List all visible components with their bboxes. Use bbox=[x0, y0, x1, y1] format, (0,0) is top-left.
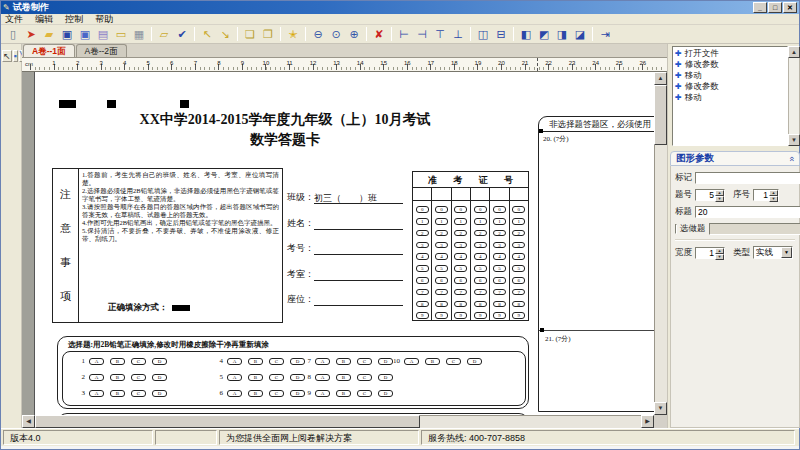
history-scroll-up-button[interactable]: ▲ bbox=[788, 46, 800, 58]
digit-bubble[interactable]: 8 bbox=[454, 301, 467, 308]
tab-A卷--1面[interactable]: A卷--1面 bbox=[23, 44, 75, 57]
option-bubble[interactable]: C bbox=[357, 374, 372, 381]
option-bubble[interactable]: C bbox=[131, 390, 146, 397]
digit-bubble[interactable]: 7 bbox=[474, 289, 487, 296]
select-points-icon[interactable]: ↖ bbox=[198, 26, 216, 42]
option-bubble[interactable]: C bbox=[269, 358, 284, 365]
digit-bubble[interactable]: 1 bbox=[512, 218, 525, 225]
digit-bubble[interactable]: 0 bbox=[493, 206, 506, 213]
snap-bottom-icon[interactable]: ◪ bbox=[571, 26, 589, 42]
digit-bubble[interactable]: 9 bbox=[454, 312, 467, 319]
digit-bubble[interactable]: 3 bbox=[493, 242, 506, 249]
option-bubble[interactable]: A bbox=[227, 358, 242, 365]
history-item[interactable]: ✚移动 bbox=[675, 70, 785, 81]
subjective-answer-section[interactable]: 非选择题答题区，必须使用 20. (7分) 21. (7分) bbox=[538, 116, 654, 412]
digit-bubble[interactable]: 0 bbox=[474, 206, 487, 213]
digit-bubble[interactable]: 4 bbox=[512, 253, 525, 260]
digit-bubble[interactable]: 4 bbox=[474, 253, 487, 260]
digit-bubble[interactable]: 4 bbox=[493, 253, 506, 260]
option-bubble[interactable]: C bbox=[131, 374, 146, 381]
option-bubble[interactable]: C bbox=[269, 390, 284, 397]
zoom-in-icon[interactable]: ⊕ bbox=[345, 26, 363, 42]
digit-bubble[interactable]: 0 bbox=[416, 206, 429, 213]
digit-bubble[interactable]: 4 bbox=[454, 253, 467, 260]
option-bubble[interactable]: B bbox=[248, 358, 263, 365]
option-bubble[interactable]: D bbox=[467, 358, 482, 365]
digit-bubble[interactable]: 8 bbox=[512, 301, 525, 308]
field-value-line[interactable] bbox=[314, 294, 403, 306]
history-item[interactable]: ✚打开文件 bbox=[675, 48, 785, 59]
history-item[interactable]: ✚修改参数 bbox=[675, 59, 785, 70]
line-width-stepper[interactable]: 1 ▲▼ bbox=[695, 247, 725, 259]
document-settings-icon[interactable]: ▤ bbox=[94, 26, 112, 42]
digit-bubble[interactable]: 3 bbox=[454, 242, 467, 249]
align-left-icon[interactable]: ⊢ bbox=[395, 26, 413, 42]
option-bubble[interactable]: D bbox=[378, 374, 393, 381]
horizontal-scrollbar[interactable]: ◀ ▶ bbox=[22, 415, 654, 428]
menu-item-编辑[interactable]: 编辑 bbox=[35, 13, 53, 26]
optional-question-checkbox[interactable] bbox=[675, 224, 677, 234]
package-icon[interactable]: ▱ bbox=[155, 26, 173, 42]
maximize-button[interactable]: □ bbox=[768, 2, 782, 13]
digit-bubble[interactable]: 0 bbox=[435, 206, 448, 213]
digit-bubble[interactable]: 4 bbox=[435, 253, 448, 260]
collapse-icon[interactable]: « bbox=[786, 156, 796, 161]
history-scrollbar[interactable]: ▲ ▼ bbox=[788, 46, 800, 146]
snap-right-icon[interactable]: ◨ bbox=[553, 26, 571, 42]
digit-bubble[interactable]: 9 bbox=[416, 312, 429, 319]
question-number-stepper[interactable]: 5 ▲▼ bbox=[695, 189, 725, 201]
digit-bubble[interactable]: 7 bbox=[454, 289, 467, 296]
stepper-down-icon[interactable]: ▼ bbox=[715, 196, 724, 202]
option-bubble[interactable]: A bbox=[315, 358, 330, 365]
scroll-up-button[interactable]: ▲ bbox=[654, 72, 667, 85]
digit-bubble[interactable]: 6 bbox=[435, 277, 448, 284]
option-bubble[interactable]: B bbox=[336, 358, 351, 365]
option-bubble[interactable]: D bbox=[152, 358, 167, 365]
field-value-line[interactable] bbox=[314, 243, 403, 255]
digit-bubble[interactable]: 1 bbox=[474, 218, 487, 225]
ticket-write-cell[interactable] bbox=[510, 188, 528, 201]
digit-bubble[interactable]: 2 bbox=[416, 230, 429, 237]
digit-bubble[interactable]: 5 bbox=[416, 265, 429, 272]
option-bubble[interactable]: A bbox=[89, 374, 104, 381]
digit-bubble[interactable]: 4 bbox=[416, 253, 429, 260]
digit-bubble[interactable]: 0 bbox=[454, 206, 467, 213]
delete-icon[interactable]: ✘ bbox=[370, 26, 388, 42]
mark-input[interactable] bbox=[695, 172, 800, 184]
option-bubble[interactable]: D bbox=[152, 390, 167, 397]
menu-item-文件[interactable]: 文件 bbox=[5, 13, 23, 26]
small-rect-tool-icon[interactable]: ▪ bbox=[13, 50, 18, 62]
digit-bubble[interactable]: 9 bbox=[493, 312, 506, 319]
option-bubble[interactable]: B bbox=[110, 390, 125, 397]
exam-subtitle[interactable]: 数学答题卡 bbox=[65, 131, 505, 149]
digit-bubble[interactable]: 1 bbox=[416, 218, 429, 225]
title-input[interactable] bbox=[695, 206, 800, 218]
align-right-icon[interactable]: ⊣ bbox=[413, 26, 431, 42]
digit-bubble[interactable]: 5 bbox=[493, 265, 506, 272]
align-bottom-icon[interactable]: ⊥ bbox=[449, 26, 467, 42]
check-icon[interactable]: ✔ bbox=[173, 26, 191, 42]
close-button[interactable]: ✕ bbox=[783, 2, 797, 13]
dropdown-arrow-icon[interactable]: ▼ bbox=[781, 247, 792, 258]
option-bubble[interactable]: B bbox=[110, 358, 125, 365]
option-bubble[interactable]: C bbox=[357, 358, 372, 365]
option-bubble[interactable]: A bbox=[404, 358, 419, 365]
option-bubble[interactable]: B bbox=[425, 358, 440, 365]
zoom-out-icon[interactable]: ⊖ bbox=[309, 26, 327, 42]
card-icon[interactable]: ▭ bbox=[112, 26, 130, 42]
digit-bubble[interactable]: 8 bbox=[493, 301, 506, 308]
stepper-down-icon[interactable]: ▼ bbox=[769, 196, 778, 202]
option-bubble[interactable]: A bbox=[315, 374, 330, 381]
option-bubble[interactable]: A bbox=[227, 390, 242, 397]
digit-bubble[interactable]: 5 bbox=[435, 265, 448, 272]
save-icon[interactable]: ▣ bbox=[58, 26, 76, 42]
open-folder-icon[interactable]: ▰ bbox=[40, 26, 58, 42]
vertical-scroll-thumb[interactable] bbox=[654, 85, 667, 145]
stepper-down-icon[interactable]: ▼ bbox=[715, 254, 724, 260]
vertical-scrollbar[interactable]: ▲ ▼ bbox=[654, 72, 667, 415]
ticket-write-cell[interactable] bbox=[452, 188, 470, 201]
scroll-right-button[interactable]: ▶ bbox=[641, 415, 654, 428]
line-type-dropdown[interactable]: 实线 ▼ bbox=[753, 246, 793, 259]
digit-bubble[interactable]: 1 bbox=[454, 218, 467, 225]
option-bubble[interactable]: A bbox=[89, 390, 104, 397]
